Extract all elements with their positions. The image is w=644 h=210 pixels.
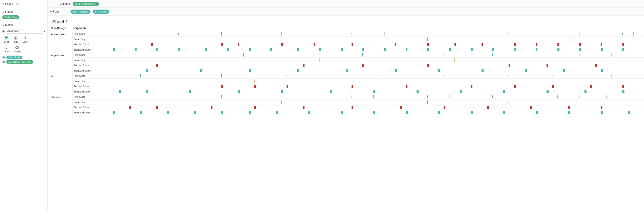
filters-header[interactable]: ∧ Filters bbox=[2, 9, 45, 14]
mark bbox=[254, 79, 254, 83]
accessories-first-class-data[interactable] bbox=[102, 31, 644, 36]
category-accessories: Accessories First Class bbox=[50, 31, 644, 52]
mark bbox=[248, 111, 251, 114]
binders-same-day-label: Same Day bbox=[73, 100, 102, 104]
mark bbox=[579, 95, 580, 98]
mark bbox=[546, 64, 548, 67]
accessories-second-class-marks bbox=[102, 42, 644, 47]
appliances-second-class-label: Second Class bbox=[73, 64, 102, 67]
mark bbox=[189, 90, 191, 93]
binders-standard-class-marks bbox=[102, 110, 644, 115]
detail-label: Detail bbox=[4, 50, 10, 53]
mark bbox=[378, 74, 379, 77]
rows-pill-shipmode[interactable]: Ship Mode bbox=[93, 10, 109, 14]
binders-first-class-data[interactable] bbox=[102, 94, 644, 99]
avg-order-legend: AVG(OrderUntilShip) bbox=[2, 60, 45, 64]
mark bbox=[292, 95, 292, 98]
art-same-day-data[interactable] bbox=[102, 79, 644, 84]
mark bbox=[482, 69, 484, 72]
mark bbox=[352, 33, 352, 35]
binders-standard-class-data[interactable] bbox=[102, 110, 644, 115]
mark bbox=[563, 79, 563, 83]
mark bbox=[156, 64, 158, 67]
marks-tooltip-btn[interactable]: Tooltip bbox=[13, 45, 22, 54]
binders-same-day-data[interactable] bbox=[102, 99, 644, 104]
pages-header[interactable]: ∨ Pages · 0 bbox=[2, 1, 45, 6]
mark bbox=[303, 64, 304, 67]
marks-label-btn[interactable]: T Label bbox=[21, 35, 29, 44]
binders-second-class-data[interactable] bbox=[102, 105, 644, 110]
appliances-standard-class-data[interactable] bbox=[102, 68, 644, 73]
mark bbox=[492, 54, 493, 56]
binders-label: Binders bbox=[51, 95, 60, 99]
mark bbox=[600, 106, 602, 109]
art-second-class-data[interactable] bbox=[102, 84, 644, 89]
mark bbox=[303, 106, 304, 109]
appliances-same-day-marks bbox=[102, 58, 644, 62]
appliances-second-class-marks bbox=[102, 63, 644, 68]
binders-first-class-row: First Class bbox=[73, 94, 644, 99]
mark bbox=[297, 69, 299, 72]
appliances-first-class-label: First Class bbox=[73, 53, 102, 56]
marks-size-btn[interactable]: Size bbox=[12, 35, 19, 44]
mark bbox=[600, 43, 602, 46]
pages-section: ∨ Pages · 0 bbox=[0, 0, 48, 8]
mark bbox=[129, 106, 131, 109]
rows-pill-subcategory[interactable]: Sub-Category bbox=[70, 10, 90, 14]
mark bbox=[536, 48, 538, 51]
appliances-same-day-label: Same Day bbox=[73, 59, 102, 62]
detail-icon bbox=[4, 46, 9, 50]
mark bbox=[146, 69, 148, 72]
accessories-second-class-data[interactable] bbox=[102, 42, 644, 47]
mark bbox=[373, 95, 374, 98]
accessories-same-day-data[interactable] bbox=[102, 37, 644, 42]
art-standard-class-data[interactable] bbox=[102, 89, 644, 94]
mark bbox=[276, 111, 278, 114]
mark bbox=[248, 69, 251, 72]
binders-same-day-row: Same Day bbox=[73, 99, 644, 105]
art-standard-class-label: Standard Class bbox=[73, 90, 102, 93]
mark bbox=[341, 48, 343, 51]
columns-pill-week[interactable]: WEEK(Order Date) bbox=[73, 2, 98, 6]
accessories-standard-class-data[interactable] bbox=[102, 47, 644, 52]
mark bbox=[590, 74, 590, 77]
svg-rect-7 bbox=[16, 46, 18, 49]
mark bbox=[427, 43, 429, 46]
appliances-first-class-data[interactable] bbox=[102, 52, 644, 57]
mark bbox=[113, 111, 115, 114]
marks-detail-row: Detail Tooltip bbox=[2, 45, 45, 54]
mark bbox=[503, 90, 505, 93]
marks-type-select[interactable]: Automatic Bar Line Circle Shape Square bbox=[6, 29, 43, 34]
marks-color-btn[interactable]: Color bbox=[2, 35, 10, 44]
art-first-class-data[interactable] bbox=[102, 73, 644, 78]
appliances-first-class-marks bbox=[102, 53, 644, 57]
ship-mode-legend-icon bbox=[2, 56, 5, 59]
mark bbox=[352, 95, 352, 98]
mark bbox=[482, 43, 483, 46]
mark bbox=[449, 95, 450, 98]
marks-label: Marks bbox=[5, 23, 13, 26]
mark bbox=[427, 48, 429, 51]
mark bbox=[454, 59, 455, 62]
mark bbox=[221, 74, 222, 77]
filter-order-date[interactable]: Order Date bbox=[2, 15, 19, 19]
mark bbox=[118, 90, 121, 93]
size-label: Size bbox=[14, 41, 18, 43]
mark bbox=[352, 85, 353, 88]
mark bbox=[254, 85, 256, 88]
mark bbox=[536, 43, 538, 46]
mark bbox=[303, 95, 303, 98]
mark bbox=[362, 64, 364, 67]
marks-detail-btn[interactable]: Detail bbox=[2, 45, 11, 54]
mark bbox=[579, 43, 581, 46]
mark bbox=[470, 48, 473, 51]
appliances-same-day-data[interactable] bbox=[102, 58, 644, 63]
mark bbox=[384, 48, 386, 51]
mark bbox=[406, 85, 408, 88]
mark bbox=[514, 48, 516, 51]
avg-order-legend-pill[interactable]: AVG(OrderUntilShip) bbox=[6, 60, 33, 64]
appliances-second-class-data[interactable] bbox=[102, 63, 644, 68]
marks-header[interactable]: ∧ Marks bbox=[2, 22, 45, 27]
accessories-standard-class-row: Standard Class bbox=[73, 47, 644, 52]
ship-mode-legend-pill[interactable]: Ship Mode bbox=[6, 56, 22, 59]
